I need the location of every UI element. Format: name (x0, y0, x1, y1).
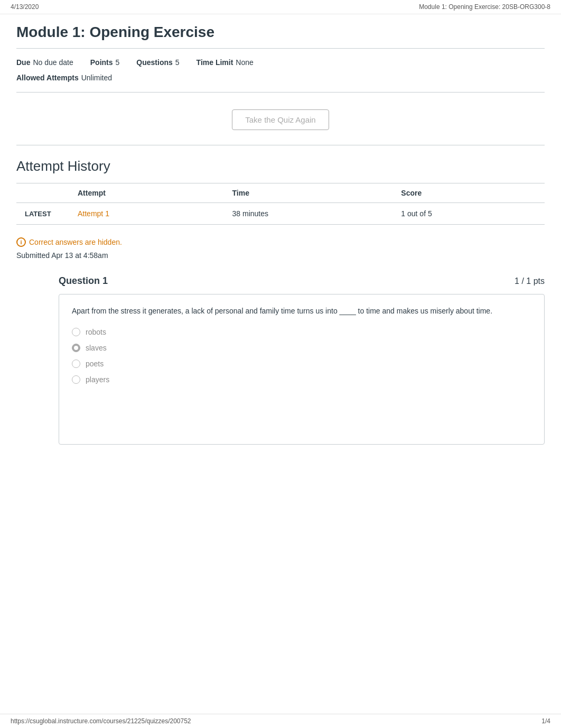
answers-hidden-notice: i Correct answers are hidden. (16, 237, 545, 247)
meta-questions: Questions 5 (136, 56, 179, 69)
submitted-text: Submitted Apr 13 at 4:58am (16, 251, 545, 260)
attempts-value: Unlimited (81, 71, 112, 85)
latest-tag: LATEST (16, 203, 69, 225)
table-header-row: Attempt Time Score (16, 183, 545, 203)
table-row: LATEST Attempt 1 38 minutes 1 out of 5 (16, 203, 545, 225)
due-label: Due (16, 56, 30, 69)
radio-circle-3 (72, 375, 80, 384)
attempts-label: Allowed Attempts (16, 71, 79, 85)
radio-circle-2 (72, 360, 80, 368)
questions-value: 5 (175, 56, 180, 69)
answer-label-0: robots (86, 328, 106, 336)
answer-option: slaves (72, 344, 531, 352)
points-label: Points (90, 56, 113, 69)
col-time: Time (224, 183, 393, 203)
question-1-text: Apart from the stress it generates, a la… (72, 305, 531, 317)
question-1-block: Question 1 1 / 1 pts Apart from the stre… (59, 270, 545, 444)
col-score: Score (392, 183, 545, 203)
answer-option: poets (72, 360, 531, 368)
meta-attempts: Allowed Attempts Unlimited (16, 71, 112, 85)
question-1-title: Question 1 (59, 275, 108, 287)
answer-options: robots slaves poets players (72, 328, 531, 384)
meta-row-1: Due No due date Points 5 Questions 5 Tim… (16, 56, 545, 69)
quiz-meta: Due No due date Points 5 Questions 5 Tim… (16, 49, 545, 93)
page-wrapper: Module 1: Opening Exercise Due No due da… (6, 14, 555, 466)
radio-circle-0 (72, 328, 80, 336)
timelimit-value: None (236, 56, 253, 69)
attempt-score: 1 out of 5 (392, 203, 545, 225)
topbar-title: Module 1: Opening Exercise: 20SB-ORG300-… (419, 3, 550, 11)
attempt-link-cell[interactable]: Attempt 1 (69, 203, 224, 225)
info-icon: i (16, 237, 26, 247)
take-quiz-section: Take the Quiz Again (16, 93, 545, 145)
answer-option: robots (72, 328, 531, 336)
timelimit-label: Time Limit (197, 56, 233, 69)
answer-label-1: slaves (86, 344, 107, 352)
attempt-link[interactable]: Attempt 1 (78, 209, 109, 218)
top-bar: 4/13/2020 Module 1: Opening Exercise: 20… (0, 0, 561, 14)
answers-hidden-text: Correct answers are hidden. (29, 238, 122, 246)
radio-circle-1 (72, 344, 80, 352)
question-1-score: 1 / 1 pts (515, 277, 545, 286)
page-title: Module 1: Opening Exercise (16, 14, 545, 49)
meta-row-2: Allowed Attempts Unlimited (16, 71, 545, 85)
points-value: 5 (116, 56, 120, 69)
attempt-history-title: Attempt History (16, 145, 545, 183)
attempt-time: 38 minutes (224, 203, 393, 225)
attempt-table: Attempt Time Score LATEST Attempt 1 38 m… (16, 183, 545, 225)
due-value: No due date (33, 56, 73, 69)
col-attempt: Attempt (69, 183, 224, 203)
question-1-header: Question 1 1 / 1 pts (59, 270, 545, 294)
meta-timelimit: Time Limit None (197, 56, 254, 69)
answer-label-2: poets (86, 360, 104, 368)
take-quiz-button[interactable]: Take the Quiz Again (232, 109, 329, 130)
answer-label-3: players (86, 375, 109, 384)
meta-due: Due No due date (16, 56, 73, 69)
answer-option: players (72, 375, 531, 384)
topbar-date: 4/13/2020 (11, 3, 39, 11)
col-empty (16, 183, 69, 203)
meta-points: Points 5 (90, 56, 120, 69)
question-1-body: Apart from the stress it generates, a la… (59, 294, 545, 444)
questions-label: Questions (136, 56, 172, 69)
